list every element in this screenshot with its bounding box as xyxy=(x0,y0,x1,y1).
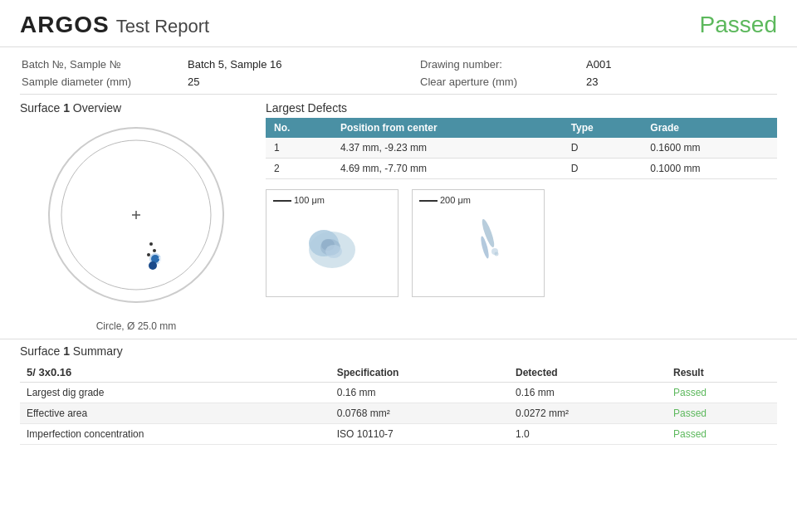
svg-point-16 xyxy=(325,245,342,258)
summary-spec-code: 5/ 3x0.16 xyxy=(20,363,330,383)
info-label: Clear aperture (mm) xyxy=(418,73,584,90)
header: ARGOS Test Report Passed xyxy=(0,0,797,47)
defect-images: 100 μm 200 μm xyxy=(266,189,777,297)
defects-title: Largest Defects xyxy=(266,101,777,115)
summary-label: Largest dig grade xyxy=(20,383,330,403)
summary-result: Passed xyxy=(667,424,777,445)
summary-spec: ISO 10110-7 xyxy=(330,424,509,445)
summary-col-detected: Detected xyxy=(509,363,667,383)
defect-image-2: 200 μm xyxy=(412,189,545,297)
summary-spec: 0.0768 mm² xyxy=(330,403,509,424)
svg-point-4 xyxy=(149,242,153,246)
report-title: Test Report xyxy=(116,16,210,37)
info-section: Batch №, Sample №Batch 5, Sample 16Sampl… xyxy=(0,47,797,94)
defect-image-1: 100 μm xyxy=(266,189,398,297)
summary-result: Passed xyxy=(667,383,777,403)
svg-point-20 xyxy=(495,252,499,256)
summary-row: Effective area 0.0768 mm² 0.0272 mm² Pas… xyxy=(20,403,777,424)
summary-col-result: Result xyxy=(667,363,777,383)
svg-point-10 xyxy=(149,261,157,270)
info-left: Batch №, Sample №Batch 5, Sample 16Sampl… xyxy=(20,56,418,90)
svg-text:1: 1 xyxy=(158,256,162,264)
info-left-row: Sample diameter (mm)25 xyxy=(20,73,418,90)
brand-logo: ARGOS xyxy=(20,12,110,38)
summary-col-spec: Specification xyxy=(330,363,509,383)
defect-position: 4.69 mm, -7.70 mm xyxy=(332,159,563,179)
summary-section: Surface 1 Summary 5/ 3x0.16 Specificatio… xyxy=(0,339,797,455)
summary-detected: 0.16 mm xyxy=(509,383,667,403)
summary-label: Effective area xyxy=(20,403,330,424)
defect-position: 4.37 mm, -9.23 mm xyxy=(332,138,563,159)
surface-svg: 2 1 xyxy=(37,120,236,319)
summary-result: Passed xyxy=(667,403,777,424)
summary-table: 5/ 3x0.16 Specification Detected Result … xyxy=(20,363,777,445)
summary-detected: 0.0272 mm² xyxy=(509,403,667,424)
defect-grade: 0.1000 mm xyxy=(642,159,777,179)
surface-overview-title: Surface 1 Overview xyxy=(20,101,252,115)
scale-bar-2 xyxy=(419,200,438,202)
defect-type: D xyxy=(563,138,643,159)
defect-grade: 0.1600 mm xyxy=(642,138,777,159)
info-right-row: Drawing number:A001 xyxy=(418,56,777,73)
circle-diagram: 2 1 xyxy=(37,120,236,319)
svg-point-6 xyxy=(147,253,150,256)
summary-title: Surface 1 Summary xyxy=(20,344,777,358)
info-value: A001 xyxy=(584,56,777,73)
info-label: Sample diameter (mm) xyxy=(20,73,186,90)
defect-scale-2: 200 μm xyxy=(419,195,471,205)
summary-label: Imperfection concentration xyxy=(20,424,330,445)
surface-overview: Surface 1 Overview 2 xyxy=(20,101,252,332)
info-label: Drawing number: xyxy=(418,56,584,73)
info-right-table: Drawing number:A001Clear aperture (mm)23 xyxy=(418,56,777,90)
info-value: 25 xyxy=(186,73,418,90)
info-label: Batch №, Sample № xyxy=(20,56,186,73)
defects-col-no: No. xyxy=(266,118,332,138)
info-value: Batch 5, Sample 16 xyxy=(186,56,418,73)
info-left-row: Batch №, Sample №Batch 5, Sample 16 xyxy=(20,56,418,73)
info-right: Drawing number:A001Clear aperture (mm)23 xyxy=(418,56,777,90)
defects-table: No. Position from center Type Grade 1 4.… xyxy=(266,118,777,179)
summary-row: Largest dig grade 0.16 mm 0.16 mm Passed xyxy=(20,383,777,403)
info-right-row: Clear aperture (mm)23 xyxy=(418,73,777,90)
info-left-table: Batch №, Sample №Batch 5, Sample 16Sampl… xyxy=(20,56,418,90)
defect-scale-1: 100 μm xyxy=(273,195,325,205)
defect-svg-1 xyxy=(282,202,382,285)
status-badge: Passed xyxy=(700,12,777,38)
summary-row: Imperfection concentration ISO 10110-7 1… xyxy=(20,424,777,445)
defects-col-grade: Grade xyxy=(642,118,777,138)
info-value: 23 xyxy=(584,73,777,90)
summary-spec-row: 5/ 3x0.16 Specification Detected Result xyxy=(20,363,777,383)
defect-svg-2 xyxy=(428,202,528,285)
circle-label: Circle, Ø 25.0 mm xyxy=(20,320,252,332)
defects-col-position: Position from center xyxy=(332,118,563,138)
summary-spec: 0.16 mm xyxy=(330,383,509,403)
svg-point-5 xyxy=(153,249,156,252)
defect-no: 2 xyxy=(266,159,332,179)
defects-header-row: No. Position from center Type Grade xyxy=(266,118,777,138)
defect-row: 2 4.69 mm, -7.70 mm D 0.1000 mm xyxy=(266,159,777,179)
summary-detected: 1.0 xyxy=(509,424,667,445)
title-group: ARGOS Test Report xyxy=(20,12,209,38)
defect-type: D xyxy=(563,159,643,179)
surface-right: Largest Defects No. Position from center… xyxy=(266,101,777,332)
scale-bar-1 xyxy=(273,200,291,202)
defect-row: 1 4.37 mm, -9.23 mm D 0.1600 mm xyxy=(266,138,777,159)
defects-col-type: Type xyxy=(563,118,643,138)
defect-no: 1 xyxy=(266,138,332,159)
main-content: Surface 1 Overview 2 xyxy=(0,95,797,339)
